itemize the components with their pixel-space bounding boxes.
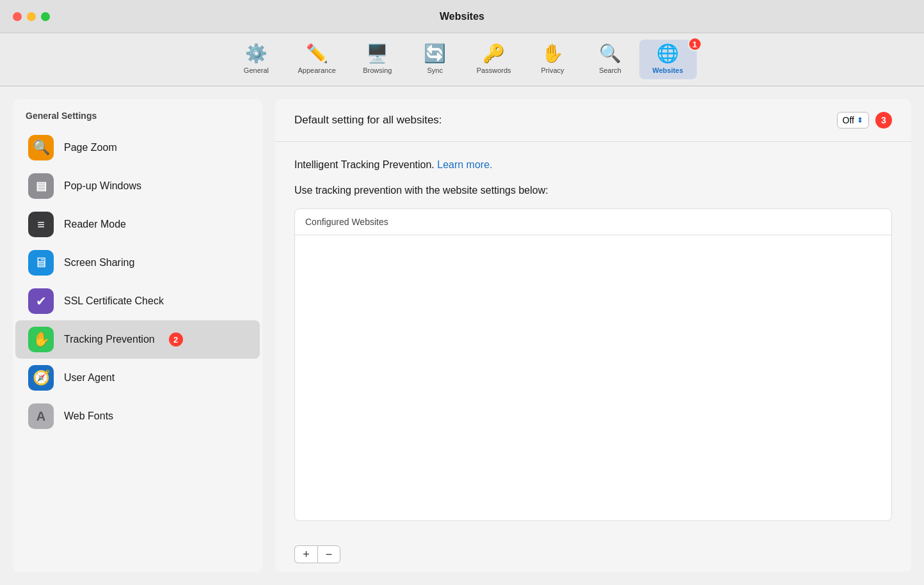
info-text-1: Intelligent Tracking Prevention. Learn m… [294, 157, 892, 173]
sidebar-item-reader-mode[interactable]: ≡ Reader Mode [15, 205, 260, 244]
tab-general-label: General [244, 66, 269, 74]
page-zoom-icon: 🔍 [28, 135, 54, 160]
minimize-button[interactable] [27, 12, 36, 21]
default-setting-dropdown[interactable]: Off ⬍ [837, 112, 869, 129]
web-fonts-icon: A [28, 403, 54, 429]
learn-more-link[interactable]: Learn more. [437, 159, 492, 170]
sidebar-label-user-agent: User Agent [64, 372, 115, 384]
tab-general[interactable]: ⚙️ General [227, 40, 285, 79]
appearance-icon: ✏️ [306, 45, 328, 63]
remove-website-button[interactable]: − [317, 545, 340, 563]
maximize-button[interactable] [41, 12, 50, 21]
right-panel: Default setting for all websites: Off ⬍ … [275, 99, 911, 572]
sidebar-item-screen-sharing[interactable]: 🖥 Screen Sharing [15, 244, 260, 282]
tab-passwords-label: Passwords [477, 66, 511, 74]
general-icon: ⚙️ [245, 45, 267, 63]
sidebar-label-page-zoom: Page Zoom [64, 142, 117, 153]
websites-icon: 🌐 [657, 45, 679, 63]
tab-search[interactable]: 🔍 Search [582, 40, 639, 79]
panel-header-label: Default setting for all websites: [294, 114, 442, 127]
tab-appearance[interactable]: ✏️ Appearance [285, 40, 348, 79]
dropdown-value: Off [843, 115, 854, 125]
title-bar: Websites [0, 0, 924, 33]
sidebar-label-tracking-prevention: Tracking Prevention [64, 334, 155, 345]
sidebar-item-ssl-certificate[interactable]: ✔ SSL Certificate Check [15, 282, 260, 320]
tab-privacy-label: Privacy [541, 66, 564, 74]
sidebar-label-popup-windows: Pop-up Windows [64, 180, 141, 192]
main-content: General Settings 🔍 Page Zoom ▤ Pop-up Wi… [0, 86, 924, 585]
sidebar-section-title: General Settings [13, 105, 262, 129]
close-button[interactable] [13, 12, 22, 21]
search-icon: 🔍 [599, 45, 621, 63]
sidebar-item-popup-windows[interactable]: ▤ Pop-up Windows [15, 167, 260, 205]
configured-websites-header: Configured Websites [295, 209, 891, 235]
window-title: Websites [440, 11, 484, 22]
tab-websites-wrapper: 🌐 Websites 1 [639, 40, 697, 79]
sidebar-item-tracking-prevention[interactable]: ✋ Tracking Prevention 2 [15, 320, 260, 359]
toolbar: ⚙️ General ✏️ Appearance 🖥️ Browsing 🔄 S… [0, 33, 924, 86]
tab-websites-label: Websites [653, 66, 683, 74]
sidebar-label-reader-mode: Reader Mode [64, 219, 126, 230]
tab-search-label: Search [599, 66, 621, 74]
sidebar-item-web-fonts[interactable]: A Web Fonts [15, 397, 260, 435]
tab-sync[interactable]: 🔄 Sync [406, 40, 464, 79]
browsing-icon: 🖥️ [366, 45, 388, 63]
window-controls [13, 12, 50, 21]
sidebar-item-page-zoom[interactable]: 🔍 Page Zoom [15, 129, 260, 167]
sidebar-label-screen-sharing: Screen Sharing [64, 257, 134, 269]
user-agent-icon: 🧭 [28, 365, 54, 391]
sync-icon: 🔄 [424, 45, 446, 63]
panel-header-badge: 3 [875, 112, 892, 129]
privacy-icon: ✋ [541, 45, 564, 63]
tracking-prevention-icon: ✋ [28, 327, 54, 352]
sidebar-label-ssl-certificate: SSL Certificate Check [64, 295, 164, 307]
passwords-icon: 🔑 [482, 45, 505, 63]
add-website-button[interactable]: + [294, 545, 317, 563]
tab-browsing-label: Browsing [363, 66, 392, 74]
panel-footer: + − [275, 536, 911, 572]
screen-sharing-icon: 🖥 [28, 250, 54, 276]
configured-websites-table: Configured Websites [294, 208, 892, 521]
tab-browsing[interactable]: 🖥️ Browsing [349, 40, 406, 79]
info-text-2: Use tracking prevention with the website… [294, 183, 892, 198]
header-right: Off ⬍ 3 [837, 112, 892, 129]
tab-passwords[interactable]: 🔑 Passwords [464, 40, 524, 79]
popup-windows-icon: ▤ [28, 173, 54, 199]
chevron-updown-icon: ⬍ [857, 116, 863, 125]
tab-privacy[interactable]: ✋ Privacy [524, 40, 582, 79]
panel-body: Intelligent Tracking Prevention. Learn m… [275, 142, 911, 536]
sidebar-item-user-agent[interactable]: 🧭 User Agent [15, 359, 260, 397]
tab-sync-label: Sync [427, 66, 443, 74]
ssl-certificate-icon: ✔ [28, 288, 54, 314]
sidebar-label-web-fonts: Web Fonts [64, 410, 113, 422]
websites-badge: 1 [688, 37, 702, 51]
reader-mode-icon: ≡ [28, 212, 54, 237]
sidebar: General Settings 🔍 Page Zoom ▤ Pop-up Wi… [13, 99, 262, 572]
tab-appearance-label: Appearance [298, 66, 335, 74]
panel-header: Default setting for all websites: Off ⬍ … [275, 99, 911, 142]
tracking-prevention-badge: 2 [169, 332, 183, 347]
